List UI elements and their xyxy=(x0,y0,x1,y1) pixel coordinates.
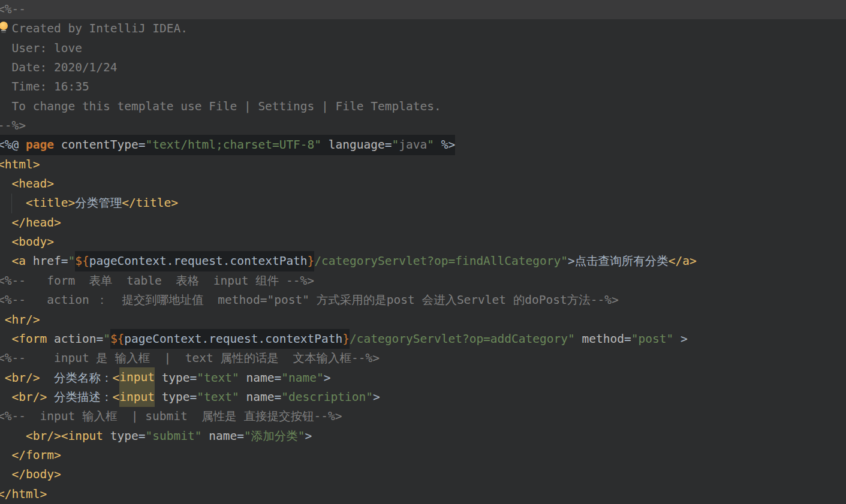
code-token-attr: action xyxy=(47,332,96,346)
code-token-tag: </head> xyxy=(0,216,61,230)
code-token-str: "text" xyxy=(197,390,239,404)
code-token-sym: <%@ xyxy=(0,135,26,155)
code-line: <form action="${pageContext.request.cont… xyxy=(0,330,846,349)
code-token-cmt: <%-- input 是 输入框 | text 属性的话是 文本输入框--%> xyxy=(0,351,380,365)
code-line: <head> xyxy=(0,174,846,194)
code-line: <title>分类管理</title> xyxy=(0,194,846,213)
code-token-tag: </title> xyxy=(122,196,178,210)
code-token-tag: </a> xyxy=(669,254,697,268)
code-token-attr: method xyxy=(575,332,624,346)
code-token-attr: type xyxy=(155,390,190,404)
code-token-sym: = xyxy=(275,390,282,404)
code-token-str: /categoryServlet?op=addCategory" xyxy=(350,332,575,346)
code-token-el: ${ xyxy=(75,251,89,271)
code-token-sym: > xyxy=(305,429,312,443)
code-token-hl: input xyxy=(119,367,155,387)
code-line: Created by IntelliJ IDEA. xyxy=(0,19,846,38)
code-line: <%@ page contentType="text/html;charset=… xyxy=(0,135,846,155)
code-line: <br/> 分类名称：<input type="text" name="name… xyxy=(0,369,846,388)
indent-guide xyxy=(11,194,12,213)
code-token-tag: <hr/> xyxy=(0,313,40,327)
code-line: Time: 16:35 xyxy=(0,77,846,96)
code-token-sym: = xyxy=(61,254,68,268)
code-token-attr: name xyxy=(239,371,275,385)
code-line: To change this template use File | Setti… xyxy=(0,97,846,116)
code-token-tag: <br/> xyxy=(0,371,40,385)
code-line-caret-row: <%-- xyxy=(0,0,846,19)
code-token-sym: = xyxy=(237,429,244,443)
code-token-tag: </form> xyxy=(0,448,61,462)
code-token-txt: 分类名称： xyxy=(40,371,112,385)
code-token-sym: = xyxy=(385,135,392,155)
code-token-tag: <br/><input xyxy=(0,429,103,443)
code-line: <body> xyxy=(0,233,846,252)
code-token-attr: type xyxy=(155,371,190,385)
code-token-cmt: To change this template use File | Setti… xyxy=(0,99,441,113)
code-line: <br/> 分类描述：<input type="text" name="desc… xyxy=(0,388,846,407)
code-token-str: "description" xyxy=(281,390,373,404)
code-line: <hr/> xyxy=(0,310,846,330)
code-line: </head> xyxy=(0,213,846,233)
code-token-str: "text" xyxy=(197,371,239,385)
code-token-str: "submit" xyxy=(146,429,202,443)
code-token-txt: 分类管理 xyxy=(75,196,122,210)
code-token-kw: page xyxy=(26,135,54,155)
code-line: <%-- input 输入框 | submit 属性是 直接提交按钮--%> xyxy=(0,407,846,426)
code-token-cmt: --%> xyxy=(0,119,26,132)
code-token-attr: type xyxy=(103,429,139,443)
code-token-cmt: User: love xyxy=(0,41,82,55)
code-line: --%> xyxy=(0,116,846,135)
code-token-str: /categoryServlet?op=findAllCategory" xyxy=(314,254,568,268)
code-token-cmt: <%-- input 输入框 | submit 属性是 直接提交按钮--%> xyxy=(0,409,342,423)
code-token-sym: = xyxy=(96,332,103,346)
code-token-tag: <form xyxy=(0,332,47,346)
code-token-attr: name xyxy=(239,390,275,404)
code-token-elv: pageContext.request.contextPath xyxy=(89,251,308,271)
code-token-tag: <body> xyxy=(0,235,54,249)
code-token-txt: 点击查询所有分类 xyxy=(575,254,669,268)
code-token-attr: name xyxy=(201,429,237,443)
code-line: <br/><input type="submit" name="添加分类"> xyxy=(0,427,846,446)
code-line: </form> xyxy=(0,446,846,465)
code-line: </html> xyxy=(0,485,846,504)
code-token-sym: = xyxy=(190,371,197,385)
code-token-str: " xyxy=(427,135,434,155)
code-token-tag: < xyxy=(112,371,119,385)
code-token-sym: = xyxy=(139,429,146,443)
code-token-el: } xyxy=(308,251,315,271)
code-token-str: "post" xyxy=(631,332,673,346)
code-line: <%-- input 是 输入框 | text 属性的话是 文本输入框--%> xyxy=(0,349,846,368)
code-token-str: " xyxy=(103,332,110,346)
code-token-str: "添加分类" xyxy=(244,429,305,443)
code-token-cmt: Time: 16:35 xyxy=(0,80,89,93)
code-token-cmt: <%-- action ： 提交到哪地址值 method="post" 方式采用… xyxy=(0,293,619,307)
code-line: <%-- action ： 提交到哪地址值 method="post" 方式采用… xyxy=(0,291,846,310)
code-token-tag: <br/> xyxy=(0,390,47,404)
code-token-attr: contentType xyxy=(54,135,139,155)
code-line: <a href="${pageContext.request.contextPa… xyxy=(0,252,846,271)
code-token-sym: = xyxy=(275,371,282,385)
code-token-sym: > xyxy=(673,332,687,346)
code-token-hl: input xyxy=(119,387,155,407)
code-token-attr: language xyxy=(321,135,385,155)
code-token-sym: > xyxy=(324,371,331,385)
code-token-sym: = xyxy=(190,390,197,404)
code-line: </body> xyxy=(0,465,846,484)
code-token-str: " xyxy=(68,254,75,268)
code-token-elv: pageContext.request.contextPath xyxy=(124,329,342,349)
code-token-str: " xyxy=(392,135,399,155)
code-token-sym: = xyxy=(624,332,631,346)
code-token-cmt: <%-- xyxy=(0,2,26,16)
code-token-tag: </html> xyxy=(0,487,47,501)
code-token-tag: <head> xyxy=(0,177,54,191)
code-token-strg: java xyxy=(399,135,427,155)
code-line: <%-- form 表单 table 表格 input 组件 --%> xyxy=(0,271,846,291)
code-token-cmt: Created by IntelliJ IDEA. xyxy=(0,22,188,35)
code-token-tag: < xyxy=(112,390,119,404)
code-token-sym: %> xyxy=(434,135,455,155)
editor[interactable]: <%-- Created by IntelliJ IDEA. User: lov… xyxy=(0,0,846,504)
code-token-sym: > xyxy=(373,390,380,404)
code-token-cmt: <%-- form 表单 table 表格 input 组件 --%> xyxy=(0,274,314,288)
code-token-el: } xyxy=(342,329,350,349)
code-token-tag: </body> xyxy=(0,467,61,481)
